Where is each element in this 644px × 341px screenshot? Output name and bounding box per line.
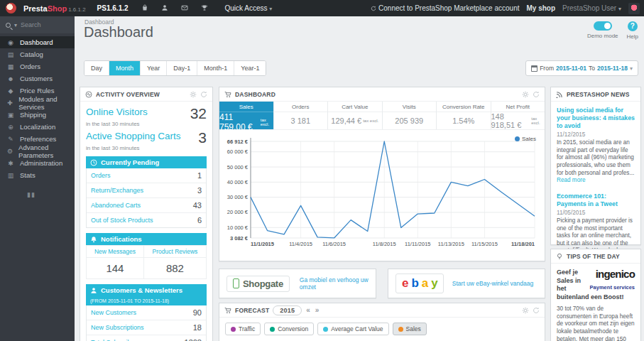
help-icon[interactable]: ? — [628, 21, 638, 31]
cart-icon[interactable] — [141, 4, 148, 12]
sidebar-item-label: Customers — [20, 75, 53, 82]
kpi-visits[interactable]: Visits205 939 — [383, 102, 437, 129]
user-name: PrestaShop User — [562, 4, 616, 12]
prestashop-admin-window: PrestaShop1.6.1.2 PS1.6.1.2 Quick Access… — [0, 0, 644, 341]
sidebar: ▾ Search ◉Dashboard ▤Catalog ▦Orders ☻Cu… — [0, 16, 75, 341]
kpi-suffix: tax excl. — [531, 117, 545, 125]
product-reviews-link[interactable]: Product Reviews — [143, 246, 206, 258]
news-title-link[interactable]: Ecommerce 101: Payments in a Tweet — [557, 193, 635, 208]
page-title: Dashboard — [84, 24, 153, 40]
ingenico-logo: ingenico Payment services — [588, 269, 635, 291]
refresh-icon[interactable] — [533, 91, 540, 98]
kpi-value: 411 759,00 € — [219, 112, 259, 132]
avatar[interactable] — [628, 3, 640, 14]
admin-icon: ✱ — [6, 160, 15, 167]
refresh-icon[interactable] — [533, 307, 540, 314]
gear-icon[interactable] — [190, 91, 197, 98]
tab-day-1[interactable]: Day-1 — [167, 61, 197, 75]
connect-marketplace-link[interactable]: Connect to PrestaShop Marketplace accoun… — [371, 4, 519, 12]
svg-text:11/8/2015: 11/8/2015 — [373, 241, 396, 247]
trophy-icon[interactable] — [201, 4, 208, 12]
forecast-year[interactable]: 2015 — [273, 305, 302, 315]
forecast-conversion-button[interactable]: Conversion — [264, 323, 314, 335]
customers-icon[interactable] — [161, 4, 168, 12]
legend-label: Sales — [522, 136, 536, 142]
panel-title: FORECAST — [235, 307, 269, 314]
forecast-traffic-button[interactable]: Traffic — [225, 323, 261, 335]
tab-month[interactable]: Month — [109, 61, 141, 75]
from-label: From — [540, 65, 554, 72]
search-input[interactable]: ▾ Search — [0, 16, 75, 33]
sidebar-item-modules[interactable]: ✚Modules and Services — [0, 97, 75, 109]
date-range-picker[interactable]: From 2015-11-01 To 2015-11-18 ▾ — [525, 60, 638, 76]
refresh-icon[interactable] — [200, 91, 207, 98]
news-title-link[interactable]: Using social media for your business: 4 … — [557, 107, 635, 130]
sidebar-item-localization[interactable]: ⊕Localization — [0, 121, 75, 133]
pending-row-orders[interactable]: Orders1 — [87, 168, 206, 183]
tab-year-1[interactable]: Year-1 — [234, 61, 266, 75]
sidebar-item-advanced-parameters[interactable]: ⚙Advanced Parameters — [0, 145, 75, 157]
ebay-a: a — [422, 276, 427, 291]
sidebar-item-orders[interactable]: ▦Orders — [0, 60, 75, 72]
quick-access-menu[interactable]: Quick Access ▾ — [225, 4, 273, 12]
shopgate-link[interactable]: Ga mobiel en verhoog uw omzet — [300, 276, 369, 291]
sidebar-item-catalog[interactable]: ▤Catalog — [0, 48, 75, 60]
from-date: 2015-11-01 — [556, 65, 586, 72]
new-messages-link[interactable]: New Messages — [87, 246, 144, 258]
brand-link[interactable]: PrestaShop1.6.1.2 — [23, 4, 86, 13]
kpi-conversion-rate[interactable]: Conversion Rate1.54% — [437, 102, 491, 129]
pending-row-returns[interactable]: Return/Exchanges3 — [87, 183, 206, 198]
customers-row-new-customers[interactable]: New Customers90 — [87, 305, 206, 320]
customers-row-new-subscriptions[interactable]: New Subscriptions18 — [87, 320, 206, 335]
tab-day[interactable]: Day — [84, 61, 109, 75]
kpi-cart-value[interactable]: Cart Value129,44 €tax excl. — [328, 102, 383, 129]
tab-year[interactable]: Year — [141, 61, 167, 75]
gear-icon[interactable] — [522, 91, 529, 98]
collapse-menu-icon[interactable]: ▮▮ — [0, 181, 75, 198]
online-visitors-link[interactable]: Online Visitors — [86, 107, 148, 117]
customers-row-total-subscribers[interactable]: Total Subscribers1308 — [87, 335, 206, 341]
forecast-average-cart-value-button[interactable]: Average Cart Value — [317, 323, 388, 335]
tags-icon: ◆ — [6, 87, 15, 94]
kpi-label: Net Profit — [491, 102, 545, 112]
sidebar-item-shipping[interactable]: ▣Shipping — [0, 109, 75, 121]
next-year-button[interactable]: » — [315, 306, 320, 314]
sidebar-item-administration[interactable]: ✱Administration — [0, 157, 75, 169]
shop-name-link[interactable]: PS1.6.1.2 — [97, 4, 129, 12]
pending-row-abandoned-carts[interactable]: Abandoned Carts43 — [87, 198, 206, 213]
forecast-panel: FORECAST 2015 « » Traffic Conversion Ave… — [219, 303, 545, 341]
user-menu[interactable]: PrestaShop User ▾ — [562, 4, 621, 12]
demo-mode-toggle[interactable] — [594, 21, 612, 31]
tab-month-1[interactable]: Month-1 — [197, 61, 234, 75]
kpi-value: 205 939 — [395, 117, 423, 125]
bell-icon — [90, 236, 97, 243]
online-visitors-value: 32 — [190, 107, 207, 121]
row-label: New Customers — [91, 309, 136, 316]
orders-list-icon: ▦ — [6, 63, 15, 70]
kpi-label: Cart Value — [328, 102, 382, 112]
forecast-sales-button[interactable]: Sales — [393, 323, 427, 335]
row-value: 43 — [193, 201, 202, 210]
ebay-b: b — [411, 276, 417, 291]
mail-icon[interactable] — [181, 4, 188, 12]
kpi-value: 148 918,51 € — [491, 112, 530, 129]
previous-year-button[interactable]: « — [306, 306, 311, 314]
search-placeholder: Search — [21, 21, 41, 28]
kpi-orders[interactable]: Orders3 181 — [274, 102, 329, 129]
read-more-link[interactable]: Read more — [557, 177, 586, 183]
ebay-link[interactable]: Start uw eBay-winkel vandaag — [452, 280, 533, 287]
pending-row-out-of-stock[interactable]: Out of Stock Products6 — [87, 213, 206, 227]
my-shop-link[interactable]: My shop — [526, 4, 555, 12]
kpi-label: Sales — [219, 102, 273, 112]
active-carts-link[interactable]: Active Shopping Carts — [86, 131, 181, 141]
sidebar-item-stats[interactable]: ▥Stats — [0, 169, 75, 181]
phone-icon — [233, 278, 239, 288]
kpi-net-profit[interactable]: Net Profit148 918,51 €tax excl. — [491, 102, 545, 129]
lightbulb-icon — [556, 253, 563, 260]
prestashop-logo[interactable] — [6, 3, 16, 13]
kpi-sales[interactable]: Sales411 759,00 €tax excl. — [219, 102, 274, 129]
svg-text:50 000 €: 50 000 € — [227, 164, 249, 170]
sidebar-item-dashboard[interactable]: ◉Dashboard — [0, 36, 75, 48]
sidebar-item-customers[interactable]: ☻Customers — [0, 72, 75, 85]
gear-icon[interactable] — [522, 307, 529, 314]
